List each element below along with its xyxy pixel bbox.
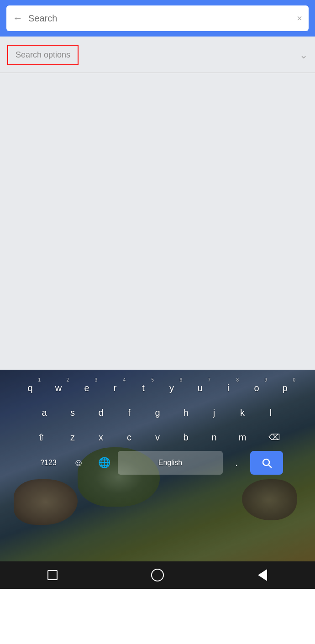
svg-line-1 — [269, 465, 272, 468]
key-u[interactable]: u7 — [187, 376, 213, 400]
navigation-bar — [0, 561, 315, 589]
key-m[interactable]: m — [229, 425, 256, 449]
search-bar-inner: ← × — [6, 5, 309, 31]
nav-recents-button[interactable] — [44, 567, 61, 583]
search-icon — [261, 457, 272, 468]
search-options-label[interactable]: Search options — [7, 45, 79, 65]
content-area: Search options ⌄ — [0, 37, 315, 370]
key-v[interactable]: v — [144, 425, 171, 449]
search-key[interactable] — [250, 451, 283, 475]
backspace-key[interactable]: ⌫ — [257, 425, 290, 449]
key-t[interactable]: t5 — [130, 376, 157, 400]
shift-key[interactable]: ⇧ — [25, 425, 58, 449]
back-arrow-icon[interactable]: ← — [13, 12, 23, 24]
square-icon — [47, 570, 58, 580]
key-x[interactable]: x — [88, 425, 114, 449]
triangle-icon — [258, 569, 267, 581]
keyboard-keys: q1 w2 e3 r4 t5 y6 u7 i8 o9 p0 a s d f g … — [0, 370, 315, 475]
key-row-4: ?123 ☺ 🌐 English . — [0, 451, 315, 475]
key-n[interactable]: n — [201, 425, 227, 449]
gray-space — [0, 73, 315, 370]
decorative-rock-3 — [242, 479, 297, 520]
key-g[interactable]: g — [144, 401, 171, 424]
nav-home-button[interactable] — [149, 567, 166, 583]
key-row-3: ⇧ z x c v b n m ⌫ — [0, 425, 315, 449]
key-s[interactable]: s — [59, 401, 86, 424]
key-row-1: q1 w2 e3 r4 t5 y6 u7 i8 o9 p0 — [0, 376, 315, 400]
key-i[interactable]: i8 — [215, 376, 242, 400]
clear-icon[interactable]: × — [297, 13, 302, 24]
key-d[interactable]: d — [88, 401, 114, 424]
key-a[interactable]: a — [31, 401, 58, 424]
key-r[interactable]: r4 — [102, 376, 128, 400]
num-key[interactable]: ?123 — [32, 451, 65, 475]
key-c[interactable]: c — [116, 425, 142, 449]
key-y[interactable]: y6 — [158, 376, 185, 400]
key-w[interactable]: w2 — [45, 376, 72, 400]
key-z[interactable]: z — [59, 425, 86, 449]
key-q[interactable]: q1 — [17, 376, 43, 400]
circle-icon — [151, 569, 164, 581]
key-h[interactable]: h — [173, 401, 199, 424]
key-f[interactable]: f — [116, 401, 142, 424]
chevron-down-icon[interactable]: ⌄ — [299, 49, 308, 61]
emoji-key[interactable]: ☺ — [67, 451, 90, 475]
key-e[interactable]: e3 — [74, 376, 100, 400]
globe-key[interactable]: 🌐 — [92, 451, 116, 475]
search-options-row[interactable]: Search options ⌄ — [0, 37, 315, 73]
key-k[interactable]: k — [229, 401, 256, 424]
space-key[interactable]: English — [118, 451, 223, 475]
keyboard-area: q1 w2 e3 r4 t5 y6 u7 i8 o9 p0 a s d f g … — [0, 370, 315, 561]
key-b[interactable]: b — [173, 425, 199, 449]
period-key[interactable]: . — [225, 451, 248, 475]
key-p[interactable]: p0 — [272, 376, 298, 400]
key-row-2: a s d f g h j k l — [0, 401, 315, 424]
search-input[interactable] — [28, 13, 297, 24]
search-bar: ← × — [0, 0, 315, 37]
nav-back-button[interactable] — [254, 567, 271, 583]
key-l[interactable]: l — [257, 401, 284, 424]
key-j[interactable]: j — [201, 401, 227, 424]
key-o[interactable]: o9 — [243, 376, 270, 400]
